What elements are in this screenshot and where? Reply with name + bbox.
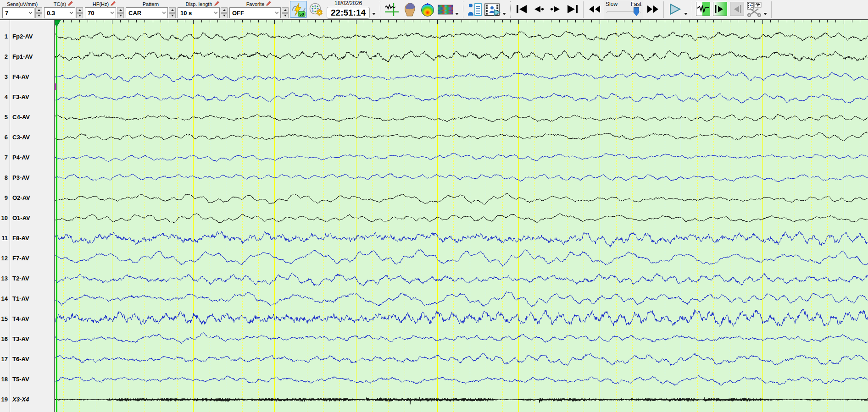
channel-row-F4-AV[interactable]: 3F4-AV	[0, 73, 54, 81]
displen-spin-up-button[interactable]	[221, 7, 228, 13]
go-to-start-button[interactable]	[513, 1, 529, 17]
slider-handle[interactable]	[634, 7, 639, 16]
channel-row-F7-AV[interactable]: 12F7-AV	[0, 254, 54, 263]
channel-label[interactable]: T3-AV	[12, 335, 29, 343]
channel-label[interactable]: O2-AV	[12, 194, 30, 202]
channel-row-T5-AV[interactable]: 18T5-AV	[0, 375, 54, 384]
channel-row-O2-AV[interactable]: 9O2-AV	[0, 194, 54, 202]
electrode-settings-button[interactable]	[308, 1, 325, 18]
channel-row-C3-AV[interactable]: 6C3-AV	[0, 133, 54, 142]
channel-label[interactable]: T5-AV	[12, 375, 29, 384]
notch-filter-button[interactable]: 50	[290, 1, 307, 18]
channel-row-P3-AV[interactable]: 8P3-AV	[0, 174, 54, 182]
channel-row-T2-AV[interactable]: 13T2-AV	[0, 275, 54, 283]
channel-row-Fp2-AV[interactable]: 1Fp2-AV	[0, 33, 54, 41]
tc-combobox[interactable]: 0.3	[44, 7, 75, 18]
datetime-dropdown-arrow[interactable]	[372, 13, 376, 15]
channel-row-C4-AV[interactable]: 5C4-AV	[0, 113, 54, 121]
channel-row-O1-AV[interactable]: 10O1-AV	[0, 214, 54, 222]
hf-spin-down-button[interactable]	[117, 13, 124, 19]
channel-row-P4-AV[interactable]: 7P4-AV	[0, 154, 54, 162]
channel-row-T6-AV[interactable]: 17T6-AV	[0, 355, 54, 363]
tc-spin-down-button[interactable]	[76, 13, 83, 19]
channel-row-F3-AV[interactable]: 4F3-AV	[0, 93, 54, 101]
hf-combobox[interactable]: 70	[85, 7, 116, 18]
hf-spin-up-button[interactable]	[117, 7, 124, 13]
clip-video-button[interactable]	[746, 1, 762, 17]
favorite-spin-up-button[interactable]	[282, 7, 289, 13]
event-marker-button[interactable]	[383, 1, 400, 18]
channel-row-T4-AV[interactable]: 15T4-AV	[0, 315, 54, 323]
channel-label[interactable]: P4-AV	[12, 154, 29, 162]
channel-label[interactable]: F8-AV	[12, 234, 29, 242]
favorite-edit-button[interactable]	[266, 0, 272, 7]
video-dropdown-arrow[interactable]	[502, 13, 506, 15]
channel-label[interactable]: C3-AV	[12, 133, 30, 142]
fast-forward-button[interactable]	[645, 1, 661, 17]
channel-label[interactable]: C4-AV	[12, 113, 30, 121]
pattern-value: CAR	[128, 10, 160, 16]
channel-number: 13	[0, 275, 8, 283]
pattern-spin-down-button[interactable]	[169, 13, 176, 19]
channel-label[interactable]: T2-AV	[12, 275, 29, 283]
play-button[interactable]	[667, 1, 683, 17]
page-back-icon	[533, 4, 545, 14]
sens-combobox[interactable]: 7	[2, 7, 34, 18]
patient-info-icon	[467, 3, 482, 16]
page-back-button[interactable]	[530, 1, 546, 17]
channel-label[interactable]: F7-AV	[12, 254, 29, 263]
spectrogram-button[interactable]	[437, 1, 454, 18]
channel-label[interactable]: P3-AV	[12, 174, 29, 182]
down-arrow-icon	[171, 15, 174, 16]
channel-row-F8-AV[interactable]: 11F8-AV	[0, 234, 54, 242]
channel-row-X3-X4[interactable]: 19X3-X4	[0, 396, 54, 404]
play-dropdown-arrow[interactable]	[684, 13, 688, 15]
displen-edit-button[interactable]	[214, 0, 220, 7]
channel-label[interactable]: O1-AV	[12, 214, 30, 222]
hf-value: 70	[88, 10, 108, 16]
favorite-spin-down-button[interactable]	[282, 13, 289, 19]
displen-label: Disp. length	[178, 0, 228, 7]
displen-spin-down-button[interactable]	[221, 13, 228, 19]
channel-label[interactable]: T4-AV	[12, 315, 29, 323]
channel-number: 9	[0, 194, 8, 202]
pattern-combobox[interactable]: CAR	[126, 7, 168, 18]
eeg-trace-canvas[interactable]	[55, 20, 868, 412]
hf-edit-button[interactable]	[110, 0, 116, 7]
patient-info-button[interactable]	[466, 1, 483, 18]
review-eeg-button[interactable]	[696, 2, 710, 16]
page-forward-button[interactable]	[547, 1, 563, 17]
video-playback-button[interactable]	[484, 1, 501, 18]
tc-spin-up-button[interactable]	[76, 7, 83, 13]
channel-label[interactable]: Fp1-AV	[12, 53, 33, 61]
time-label: 22:51:14	[327, 7, 370, 19]
channel-number: 10	[0, 214, 8, 222]
channel-label[interactable]: F4-AV	[12, 73, 29, 81]
channel-label[interactable]: T6-AV	[12, 355, 29, 363]
analysis-dropdown-arrow[interactable]	[455, 13, 459, 15]
channel-row-T3-AV[interactable]: 16T3-AV	[0, 335, 54, 343]
rewind-button[interactable]	[586, 1, 602, 17]
channel-row-T1-AV[interactable]: 14T1-AV	[0, 295, 54, 303]
channel-label[interactable]: X3-X4	[12, 396, 29, 404]
channel-label[interactable]: T1-AV	[12, 295, 29, 303]
hf-group: HF(Hz)70	[85, 0, 124, 18]
edit-pencil-icon	[266, 0, 272, 6]
channel-row-Fp1-AV[interactable]: 2Fp1-AV	[0, 53, 54, 61]
pattern-spin-up-button[interactable]	[169, 7, 176, 13]
displen-combobox[interactable]: 10 s	[178, 7, 220, 18]
favorite-combobox[interactable]: OFF	[229, 7, 281, 18]
channel-label[interactable]: F3-AV	[12, 93, 29, 101]
head-3d-button[interactable]	[401, 1, 418, 18]
play-from-here-button[interactable]	[713, 2, 727, 16]
playback-speed-slider[interactable]: Slow Fast	[604, 0, 643, 19]
go-to-end-button[interactable]	[564, 1, 580, 17]
sens-spin-up-button[interactable]	[35, 7, 42, 13]
tc-edit-button[interactable]	[67, 0, 73, 7]
channel-label[interactable]: Fp2-AV	[12, 33, 33, 41]
topo-map-button[interactable]	[419, 1, 436, 18]
channel-number: 4	[0, 93, 8, 101]
clip-dropdown-arrow[interactable]	[763, 13, 767, 15]
sens-spin-down-button[interactable]	[35, 13, 42, 19]
channel-number: 5	[0, 113, 8, 121]
